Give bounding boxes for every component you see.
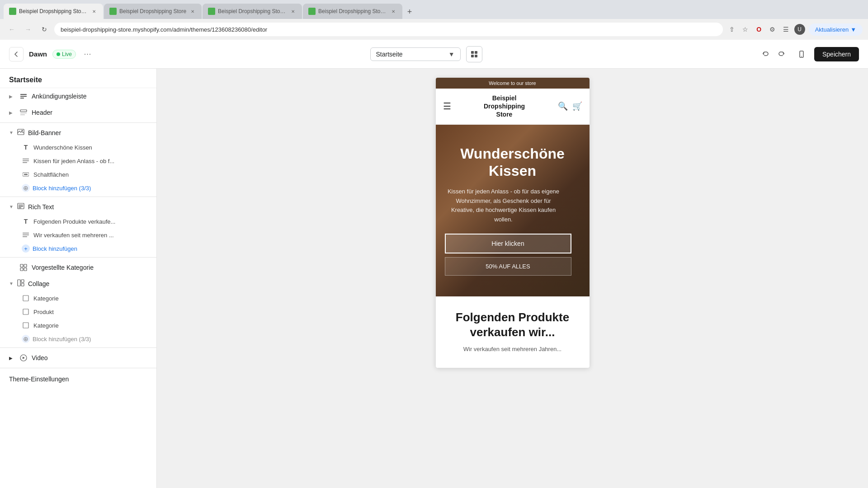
svg-rect-26 <box>20 264 23 267</box>
more-options-button[interactable]: ··· <box>81 48 94 61</box>
sidebar-item-header[interactable]: ▶ Header <box>0 104 156 121</box>
tab-close-1[interactable]: ✕ <box>90 8 98 15</box>
share-icon[interactable]: ⇧ <box>726 24 737 35</box>
bookmark-icon[interactable]: ☆ <box>740 24 751 35</box>
sub-item-folgenden-produkte[interactable]: T Folgenden Produkte verkaufe... <box>0 215 156 228</box>
tab-1[interactable]: Beispiel Dropshipping Store ·... ✕ <box>4 4 103 19</box>
live-dot <box>57 52 60 56</box>
add-block-collage[interactable]: ⊕ Block hinzufügen (3/3) <box>0 332 156 346</box>
aktualisieren-button[interactable]: Aktualisieren ▼ <box>809 23 863 36</box>
tab-favicon-3 <box>208 8 215 15</box>
add-block-label-3: Block hinzufügen (3/3) <box>33 336 91 343</box>
browser-chrome: Beispiel Dropshipping Store ·... ✕ Beisp… <box>0 0 868 40</box>
tab-close-3[interactable]: ✕ <box>289 8 297 15</box>
address-input[interactable]: beispiel-dropshipping-store.myshopify.co… <box>54 23 723 36</box>
svg-rect-31 <box>21 280 24 282</box>
divider-4 <box>0 347 156 348</box>
address-bar: ← → ↻ beispiel-dropshipping-store.myshop… <box>0 19 868 40</box>
svg-rect-15 <box>23 160 29 161</box>
redo-button[interactable] <box>774 47 789 61</box>
sub-item-schaltflaechen[interactable]: Schaltflächen <box>0 168 156 181</box>
sidebar-item-ankuendigungsleiste[interactable]: ▶ Ankündigungsleiste <box>0 88 156 104</box>
back-icon <box>13 51 20 58</box>
hero-secondary-button[interactable]: 50% AUF ALLES <box>445 257 571 276</box>
tab-close-2[interactable]: ✕ <box>189 8 196 15</box>
back-button[interactable]: ← <box>5 23 18 36</box>
sub-item-wunderschoene-kissen[interactable]: T Wunderschöne Kissen <box>0 141 156 154</box>
tab-label-3: Beispiel Dropshipping Store ·... <box>218 8 287 14</box>
buttons-icon <box>22 170 30 178</box>
add-block-rich-text[interactable]: + Block hinzufügen <box>0 242 156 255</box>
sub-item-kategorie-2[interactable]: Kategorie <box>0 319 156 332</box>
new-tab-button[interactable]: + <box>403 5 416 18</box>
view-toggle-button[interactable] <box>466 46 482 62</box>
sub-item-kategorie-1[interactable]: Kategorie <box>0 291 156 305</box>
tab-2[interactable]: Beispiel Dropshipping Store ✕ <box>104 4 202 19</box>
reload-button[interactable]: ↻ <box>38 23 51 36</box>
back-to-themes-button[interactable] <box>9 47 24 61</box>
expand-icon-rich-text: ▼ <box>9 204 14 209</box>
page-selector-dropdown[interactable]: Startseite ▼ <box>370 47 461 61</box>
expand-icon-bild-banner: ▼ <box>9 130 14 135</box>
editor-toolbar: Dawn Live ··· Startseite ▼ <box>0 40 868 69</box>
sub-item-produkt[interactable]: Produkt <box>0 305 156 319</box>
expand-icon: ▶ <box>9 94 15 99</box>
undo-redo-group <box>758 47 789 61</box>
video-label: Video <box>32 354 147 361</box>
header-label: Header <box>32 109 147 116</box>
header-icon <box>19 108 28 117</box>
divider-5 <box>0 368 156 368</box>
sub-item-kissen-fuer-jeden[interactable]: Kissen für jeden Anlass - ob f... <box>0 154 156 168</box>
hero-subtitle: Kissen für jeden Anlass - ob für das eig… <box>445 187 562 225</box>
sub-label-kissen-fuer-jeden: Kissen für jeden Anlass - ob f... <box>33 158 114 164</box>
sidebar-item-bild-banner[interactable]: ▼ Bild-Banner <box>0 125 156 141</box>
sidebar-item-rich-text[interactable]: ▼ Rich Text <box>0 199 156 215</box>
extensions-icon[interactable]: ⚙ <box>767 24 778 35</box>
preview-area: Welcome to our store ☰ Beispiel Dropship… <box>157 69 868 488</box>
bild-banner-icon <box>17 128 24 137</box>
sidebar-item-collage[interactable]: ▼ Collage <box>0 276 156 291</box>
undo-button[interactable] <box>758 47 773 61</box>
svg-point-13 <box>21 130 23 131</box>
sidebar-item-theme-einstellungen[interactable]: Theme-Einstellungen <box>0 370 156 388</box>
sidebar: Startseite ▶ Ankündigungsleiste ▶ Header… <box>0 69 157 488</box>
opera-icon[interactable]: O <box>754 24 764 35</box>
sidebar-item-video[interactable]: ▶ Video <box>0 350 156 366</box>
svg-rect-35 <box>23 323 28 328</box>
user-avatar-icon[interactable]: U <box>794 24 805 35</box>
save-button[interactable]: Speichern <box>814 47 859 61</box>
store-search-icon[interactable]: 🔍 <box>558 101 568 111</box>
square-icon-1 <box>22 294 30 302</box>
forward-button[interactable]: → <box>22 23 34 36</box>
hero-primary-button[interactable]: Hier klicken <box>445 234 571 253</box>
svg-rect-9 <box>20 110 27 112</box>
store-top-bar: Welcome to our store <box>436 78 590 89</box>
bild-banner-label: Bild-Banner <box>28 129 61 136</box>
sub-label-folgenden-produkte: Folgenden Produkte verkaufe... <box>33 218 115 225</box>
sidebar-toggle-icon[interactable]: ☰ <box>781 24 792 35</box>
store-cart-icon[interactable]: 🛒 <box>572 101 582 111</box>
text-list-icon <box>22 157 30 165</box>
tab-4[interactable]: Beispiel Dropshipping Store ·... ✕ <box>303 4 402 19</box>
tab-close-4[interactable]: ✕ <box>390 8 397 15</box>
store-nav-hamburger-icon[interactable]: ☰ <box>443 101 451 112</box>
undo-icon <box>762 51 769 58</box>
sidebar-item-vorgestellte-kategorie[interactable]: ▶ Vorgestellte Kategorie <box>0 259 156 276</box>
sub-label-kategorie-1: Kategorie <box>33 295 59 302</box>
svg-rect-7 <box>20 96 27 97</box>
add-block-bild-banner[interactable]: ⊕ Block hinzufügen (3/3) <box>0 181 156 195</box>
store-logo: Beispiel Dropshipping Store <box>484 94 525 119</box>
sub-label-wunderschoene-kissen: Wunderschöne Kissen <box>33 144 92 151</box>
svg-rect-6 <box>20 94 27 95</box>
svg-rect-10 <box>20 113 27 113</box>
plus-icon-3: ⊕ <box>22 335 30 343</box>
sub-label-schaltflaechen: Schaltflächen <box>33 171 69 178</box>
address-text: beispiel-dropshipping-store.myshopify.co… <box>61 26 267 33</box>
hero-content: Wunderschöne Kissen Kissen für jeden Anl… <box>445 145 580 276</box>
mobile-view-button[interactable] <box>794 47 809 61</box>
expand-icon-header: ▶ <box>9 110 15 115</box>
sub-item-wir-verkaufen[interactable]: Wir verkaufen seit mehreren ... <box>0 228 156 242</box>
tab-3[interactable]: Beispiel Dropshipping Store ·... ✕ <box>203 4 302 19</box>
redo-icon <box>778 51 785 58</box>
divider-1 <box>0 122 156 123</box>
